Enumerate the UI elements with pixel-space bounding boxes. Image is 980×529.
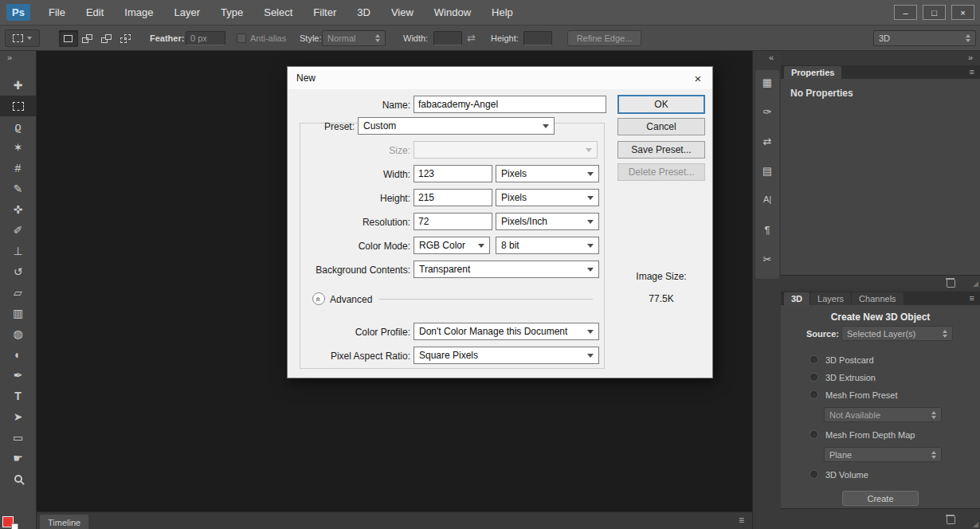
clone-stamp-tool[interactable]: ⊥ — [0, 241, 36, 261]
pixel-aspect-ratio-select[interactable]: Square Pixels — [414, 347, 599, 364]
mesh-preset-select[interactable]: Not Available — [824, 407, 942, 422]
dodge-tool[interactable]: ◐ — [0, 344, 36, 365]
quick-selection-tool[interactable]: ✶ — [0, 137, 36, 158]
paragraph-panel-icon[interactable]: ¶ — [755, 224, 779, 236]
path-selection-tool[interactable]: ➤ — [0, 406, 36, 427]
tab-timeline[interactable]: Timeline — [40, 515, 88, 529]
menu-type[interactable]: Type — [210, 0, 253, 25]
tab-properties[interactable]: Properties — [784, 66, 841, 79]
feather-input[interactable]: 0 px — [186, 31, 225, 45]
resolution-unit-select[interactable]: Pixels/Inch — [496, 213, 599, 230]
tool-preset-picker[interactable] — [5, 29, 40, 47]
pen-tool[interactable]: ✒ — [0, 365, 36, 386]
zoom-tool[interactable] — [0, 468, 36, 489]
intersect-selection-button[interactable] — [116, 30, 135, 47]
tab-layers[interactable]: Layers — [810, 292, 851, 305]
depth-map-select[interactable]: Plane — [824, 447, 942, 462]
3d-postcard-radio[interactable] — [809, 355, 818, 364]
delete-preset-button[interactable]: Delete Preset... — [617, 163, 705, 181]
height-field[interactable] — [414, 189, 492, 206]
source-select[interactable]: Selected Layer(s) — [841, 326, 953, 341]
new-selection-button[interactable] — [59, 30, 78, 47]
save-preset-button[interactable]: Save Preset... — [617, 141, 705, 159]
type-tool[interactable]: T — [0, 386, 36, 406]
swatches-panel-icon[interactable]: ▦ — [755, 76, 779, 88]
move-tool[interactable]: ✚ — [0, 75, 36, 96]
background-contents-select[interactable]: Transparent — [414, 261, 599, 278]
eyedropper-tool[interactable]: ✎ — [0, 178, 36, 199]
style-select[interactable]: Normal — [322, 30, 386, 46]
width-unit-select[interactable]: Pixels — [496, 165, 599, 182]
healing-brush-tool[interactable]: ✜ — [0, 199, 36, 220]
resolution-field[interactable] — [414, 213, 492, 230]
mesh-from-preset-label[interactable]: Mesh From Preset — [825, 390, 897, 400]
create-button[interactable]: Create — [842, 491, 919, 506]
restore-button[interactable]: □ — [923, 5, 946, 20]
tab-3d[interactable]: 3D — [784, 292, 809, 305]
lasso-tool[interactable]: ϱ — [0, 116, 36, 137]
3d-extrusion-label[interactable]: 3D Extrusion — [825, 373, 876, 382]
advanced-toggle[interactable]: « — [312, 292, 325, 305]
menu-help[interactable]: Help — [481, 0, 523, 25]
blur-tool[interactable]: ◍ — [0, 323, 36, 344]
color-profile-select[interactable]: Don't Color Manage this Document — [414, 323, 599, 340]
3d-extrusion-radio[interactable] — [809, 373, 818, 382]
3d-panel-menu-icon[interactable]: ≡ — [970, 293, 974, 303]
mesh-from-depth-map-radio[interactable] — [809, 430, 818, 439]
menu-filter[interactable]: Filter — [303, 0, 347, 25]
menu-3d[interactable]: 3D — [347, 0, 381, 25]
brush-tool[interactable]: ✐ — [0, 220, 36, 241]
subtract-selection-button[interactable] — [97, 30, 116, 47]
trash-icon[interactable] — [946, 514, 955, 524]
refine-edge-button[interactable]: Refine Edge... — [567, 30, 641, 46]
preset-select[interactable]: Custom — [358, 117, 555, 135]
bit-depth-select[interactable]: 8 bit — [496, 237, 599, 254]
minimize-button[interactable]: – — [894, 5, 917, 20]
anti-alias-checkbox[interactable] — [237, 33, 246, 43]
height-input[interactable] — [523, 31, 552, 45]
cancel-button[interactable]: Cancel — [617, 118, 705, 135]
menu-layer[interactable]: Layer — [164, 0, 211, 25]
3d-volume-label[interactable]: 3D Volume — [825, 470, 868, 480]
menu-file[interactable]: File — [38, 0, 76, 25]
3d-postcard-label[interactable]: 3D Postcard — [825, 355, 874, 365]
add-selection-button[interactable] — [78, 30, 97, 47]
ok-button[interactable]: OK — [617, 95, 705, 114]
character-panel-icon[interactable]: A| — [755, 194, 779, 204]
mesh-from-preset-radio[interactable] — [809, 390, 818, 399]
hand-tool[interactable]: ☛ — [0, 448, 36, 468]
menu-select[interactable]: Select — [253, 0, 303, 25]
crop-tool[interactable]: # — [0, 158, 36, 178]
mesh-from-depth-map-label[interactable]: Mesh From Depth Map — [825, 430, 915, 440]
height-unit-select[interactable]: Pixels — [496, 189, 599, 206]
name-field[interactable] — [414, 96, 606, 113]
histogram-panel-icon[interactable]: ▤ — [755, 165, 779, 177]
workspace-select[interactable]: 3D — [873, 30, 976, 46]
close-button[interactable]: × — [951, 5, 974, 20]
timeline-menu-icon[interactable]: ≡ — [739, 515, 744, 526]
clone-source-panel-icon[interactable]: ⇄ — [755, 135, 779, 147]
gradient-tool[interactable]: ▥ — [0, 303, 36, 323]
menu-window[interactable]: Window — [424, 0, 481, 25]
menu-view[interactable]: View — [381, 0, 424, 25]
menu-image[interactable]: Image — [114, 0, 163, 25]
dialog-close-button[interactable]: × — [684, 67, 712, 89]
rectangle-tool[interactable]: ▭ — [0, 427, 36, 448]
resize-grip-icon[interactable]: ◢ — [973, 280, 978, 288]
menu-edit[interactable]: Edit — [76, 0, 114, 25]
history-brush-tool[interactable]: ↺ — [0, 261, 36, 282]
slice-panel-icon[interactable]: ✂ — [755, 253, 779, 265]
rectangular-marquee-tool[interactable] — [0, 96, 36, 116]
background-color-swatch[interactable] — [11, 523, 18, 529]
color-mode-select[interactable]: RGB Color — [414, 237, 490, 254]
properties-panel-menu-icon[interactable]: ≡ — [970, 67, 974, 76]
dialog-titlebar[interactable]: New — [288, 67, 712, 89]
eraser-tool[interactable]: ▱ — [0, 282, 36, 303]
3d-volume-radio[interactable] — [809, 470, 818, 479]
tab-channels[interactable]: Channels — [852, 292, 903, 305]
toolbar-collapse-icon[interactable]: » — [7, 53, 12, 62]
resize-grip-icon[interactable]: ◢ — [973, 520, 978, 528]
panel-collapse-icon[interactable]: » — [968, 53, 973, 62]
swap-dimensions-icon[interactable]: ⇄ — [467, 32, 476, 44]
width-field[interactable] — [414, 165, 492, 182]
